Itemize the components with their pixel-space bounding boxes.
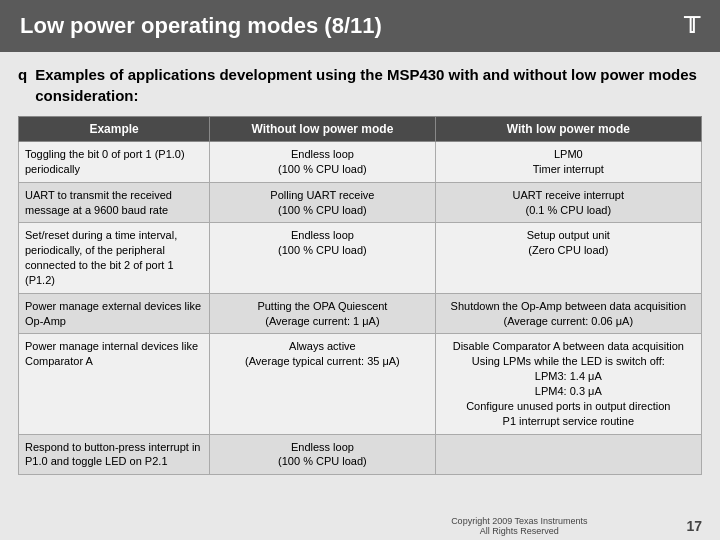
- cell-without: Always active (Average typical current: …: [210, 334, 435, 434]
- slide-title: Low power operating modes (8/11): [20, 13, 382, 39]
- cell-with: Disable Comparator A between data acquis…: [435, 334, 701, 434]
- cell-example: Respond to button-press interrupt in P1.…: [19, 434, 210, 475]
- slide-footer: Copyright 2009 Texas InstrumentsAll Righ…: [0, 512, 720, 540]
- cell-example: Power manage external devices like Op-Am…: [19, 293, 210, 334]
- table-container: Example Without low power mode With low …: [18, 116, 702, 504]
- table-header-row: Example Without low power mode With low …: [19, 117, 702, 142]
- table-row: UART to transmit the received message at…: [19, 182, 702, 223]
- copyright-text: Copyright 2009 Texas InstrumentsAll Righ…: [352, 516, 686, 536]
- cell-with: [435, 434, 701, 475]
- comparison-table: Example Without low power mode With low …: [18, 116, 702, 475]
- question-block: q Examples of applications development u…: [18, 64, 702, 106]
- question-text: Examples of applications development usi…: [35, 64, 702, 106]
- cell-without: Putting the OPA Quiescent (Average curre…: [210, 293, 435, 334]
- cell-with: Shutdown the Op-Amp between data acquisi…: [435, 293, 701, 334]
- cell-without: Polling UART receive (100 % CPU load): [210, 182, 435, 223]
- cell-example: Set/reset during a time interval, period…: [19, 223, 210, 293]
- slide: Low power operating modes (8/11) 𝕋 q Exa…: [0, 0, 720, 540]
- table-row: Respond to button-press interrupt in P1.…: [19, 434, 702, 475]
- slide-content: q Examples of applications development u…: [0, 52, 720, 512]
- cell-without: Endless loop (100 % CPU load): [210, 142, 435, 183]
- cell-with: UART receive interrupt (0.1 % CPU load): [435, 182, 701, 223]
- table-row: Toggling the bit 0 of port 1 (P1.0) peri…: [19, 142, 702, 183]
- cell-example: UART to transmit the received message at…: [19, 182, 210, 223]
- col-header-without: Without low power mode: [210, 117, 435, 142]
- cell-without: Endless loop (100 % CPU load): [210, 434, 435, 475]
- cell-with: LPM0 Timer interrupt: [435, 142, 701, 183]
- cell-with: Setup output unit (Zero CPU load): [435, 223, 701, 293]
- cell-example: Toggling the bit 0 of port 1 (P1.0) peri…: [19, 142, 210, 183]
- table-row: Power manage internal devices like Compa…: [19, 334, 702, 434]
- cell-without: Endless loop (100 % CPU load): [210, 223, 435, 293]
- col-header-with: With low power mode: [435, 117, 701, 142]
- page-number: 17: [686, 518, 702, 534]
- ti-logo: 𝕋: [684, 13, 700, 39]
- table-row: Set/reset during a time interval, period…: [19, 223, 702, 293]
- cell-example: Power manage internal devices like Compa…: [19, 334, 210, 434]
- col-header-example: Example: [19, 117, 210, 142]
- question-marker: q: [18, 66, 27, 83]
- slide-header: Low power operating modes (8/11) 𝕋: [0, 0, 720, 52]
- table-row: Power manage external devices like Op-Am…: [19, 293, 702, 334]
